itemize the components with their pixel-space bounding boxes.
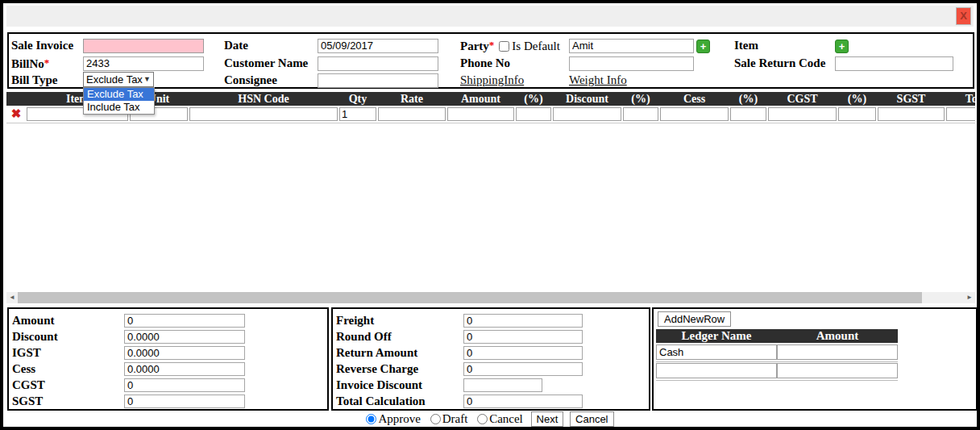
scrollbar-thumb[interactable]	[18, 292, 922, 303]
shipping-info-link[interactable]: ShippingInfo	[460, 73, 524, 86]
sgst-total-input[interactable]	[124, 395, 245, 408]
party-required-mark: *	[489, 39, 495, 51]
cess-total-input[interactable]	[124, 362, 245, 376]
draft-label: Draft	[442, 412, 468, 425]
ledger-header-row: Ledger Name Amount	[656, 329, 898, 343]
return-amount-label: Return Amount	[336, 346, 417, 359]
total-calculation-input[interactable]	[463, 395, 583, 408]
total-input[interactable]	[946, 107, 975, 121]
sgst-total-label: SGST	[12, 395, 43, 407]
sale-invoice-window: X Sale Invoice Date Party*Is Default + I…	[0, 0, 980, 430]
cancel-radio-option[interactable]: Cancel	[477, 412, 525, 425]
ledger-table: Ledger Name Amount	[656, 329, 898, 381]
draft-radio[interactable]	[430, 414, 441, 424]
col-cgst-pct: (%)	[837, 92, 877, 106]
consignee-input[interactable]	[318, 73, 438, 88]
customer-name-label: Customer Name	[224, 55, 308, 71]
bill-type-option-exclude-tax[interactable]: Exclude Tax	[84, 88, 154, 101]
freight-input[interactable]	[463, 314, 583, 328]
cancel-radio-label: Cancel	[489, 412, 523, 425]
round-off-label: Round Off	[336, 330, 392, 343]
bill-type-option-include-tax[interactable]: Include Tax	[84, 101, 154, 114]
next-button[interactable]: Next	[531, 411, 564, 427]
discount-total-label: Discount	[12, 330, 58, 343]
amount-pct-input[interactable]	[516, 107, 551, 121]
ledger-name-input[interactable]	[656, 363, 777, 378]
col-discount-pct: (%)	[622, 92, 659, 106]
ledger-row	[656, 343, 898, 361]
col-rate: Rate	[377, 92, 446, 106]
ledger-name-header: Ledger Name	[656, 329, 777, 343]
consignee-label: Consignee	[224, 72, 277, 88]
billno-required-mark: *	[44, 56, 50, 69]
return-amount-input[interactable]	[463, 346, 583, 360]
add-new-row-button[interactable]: AddNewRow	[658, 311, 731, 327]
sale-invoice-input[interactable]	[83, 39, 204, 53]
titlebar: X	[6, 6, 974, 27]
cgst-total-label: CGST	[12, 378, 45, 391]
col-total: Total	[945, 92, 975, 106]
customer-name-input[interactable]	[318, 56, 438, 71]
col-amount: Amount	[446, 92, 515, 106]
discount-pct-input[interactable]	[623, 107, 658, 121]
party-label: Party*Is Default	[460, 37, 560, 53]
reverse-charge-input[interactable]	[463, 362, 583, 376]
qty-input[interactable]	[339, 107, 376, 121]
date-input[interactable]	[318, 39, 438, 53]
bill-type-select[interactable]: Exclude Tax ▼	[83, 72, 154, 87]
hsn-code-input[interactable]	[189, 107, 338, 121]
cancel-radio[interactable]	[477, 414, 488, 424]
col-delete	[6, 92, 26, 106]
sale-invoice-label: Sale Invoice	[11, 37, 73, 53]
ledger-amount-header: Amount	[777, 329, 898, 343]
cess-pct-input[interactable]	[730, 107, 766, 121]
approve-radio[interactable]	[366, 414, 376, 424]
draft-radio-option[interactable]: Draft	[430, 412, 471, 425]
add-party-icon[interactable]: +	[696, 40, 710, 53]
bill-type-label: Bill Type	[11, 72, 57, 88]
cess-input[interactable]	[660, 107, 729, 121]
cgst-input[interactable]	[768, 107, 837, 121]
sale-return-code-input[interactable]	[835, 56, 953, 71]
scroll-right-icon[interactable]: ►	[964, 292, 975, 303]
igst-total-input[interactable]	[124, 346, 245, 360]
is-default-checkbox[interactable]	[499, 41, 509, 52]
invoice-header-form: Sale Invoice Date Party*Is Default + Ite…	[7, 32, 974, 89]
col-cgst: CGST	[767, 92, 837, 106]
cancel-button[interactable]: Cancel	[570, 411, 613, 427]
ledger-name-input[interactable]	[656, 344, 777, 360]
horizontal-scrollbar[interactable]: ◄ ►	[6, 292, 975, 303]
weight-info-link[interactable]: Weight Info	[569, 73, 627, 86]
sale-return-code-label: Sale Return Code	[734, 55, 825, 71]
cgst-pct-input[interactable]	[838, 107, 876, 121]
invoice-discount-input[interactable]	[463, 378, 542, 392]
items-table-region: Item Unit HSN Code Qty Rate Amount (%) D…	[6, 92, 975, 292]
delete-row-icon[interactable]: ✖	[6, 106, 26, 123]
bill-type-dropdown: Exclude Tax Include Tax	[83, 87, 155, 115]
party-input[interactable]	[569, 39, 694, 53]
col-sgst: SGST	[877, 92, 945, 106]
ledger-amount-input[interactable]	[777, 363, 898, 378]
scroll-left-icon[interactable]: ◄	[6, 292, 18, 303]
discount-total-input[interactable]	[124, 330, 245, 344]
discount-input[interactable]	[553, 107, 621, 121]
total-calculation-label: Total Calculation	[336, 395, 426, 407]
cgst-total-input[interactable]	[124, 378, 245, 392]
add-item-icon[interactable]: +	[835, 40, 849, 53]
close-button[interactable]: X	[956, 7, 971, 25]
reverse-charge-label: Reverse Charge	[336, 362, 418, 375]
round-off-input[interactable]	[463, 330, 583, 344]
ledger-amount-input[interactable]	[777, 344, 898, 360]
freight-label: Freight	[336, 314, 374, 327]
sgst-input[interactable]	[878, 107, 945, 121]
amount-input[interactable]	[447, 107, 514, 121]
phone-no-input[interactable]	[569, 56, 694, 71]
rate-input[interactable]	[378, 107, 446, 121]
amount-total-input[interactable]	[124, 314, 245, 328]
bill-type-selected-value: Exclude Tax	[86, 73, 143, 86]
charges-box: Freight Round Off Return Amount Reverse …	[331, 307, 650, 411]
col-hsn-code: HSN Code	[189, 92, 338, 106]
approve-radio-option[interactable]: Approve	[366, 412, 423, 425]
totals-box: Amount Discount IGST Cess CGST SGST	[7, 307, 329, 411]
billno-input[interactable]	[83, 56, 204, 71]
